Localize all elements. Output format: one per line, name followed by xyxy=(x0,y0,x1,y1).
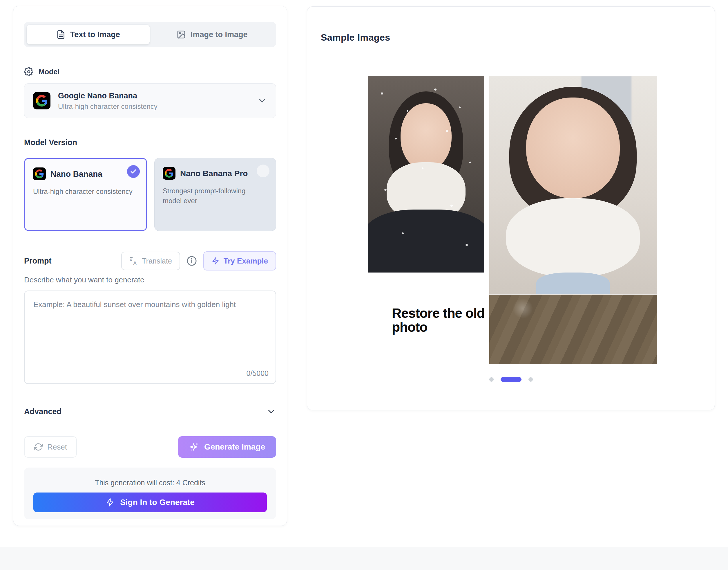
google-logo xyxy=(33,168,46,180)
translate-button[interactable]: xA Translate xyxy=(121,252,180,270)
info-icon[interactable] xyxy=(186,256,197,266)
chevron-down-icon xyxy=(257,96,267,106)
sign-in-to-generate-button[interactable]: Sign In to Generate xyxy=(33,493,267,512)
portrait-shape xyxy=(506,198,640,277)
prompt-input-wrap: 0/5000 xyxy=(24,291,276,384)
tab-label: Image to Image xyxy=(190,30,248,39)
selected-check-icon xyxy=(127,165,140,178)
tab-label: Text to Image xyxy=(70,30,120,39)
google-logo xyxy=(163,167,175,180)
prompt-field-label: Describe what you want to generate xyxy=(24,275,144,284)
carousel-dot-3[interactable] xyxy=(529,377,533,382)
chevron-down-icon xyxy=(266,406,276,416)
google-logo xyxy=(33,92,50,109)
gear-icon xyxy=(24,67,33,76)
lightning-icon xyxy=(106,498,114,507)
prompt-section-label: Prompt xyxy=(24,257,52,266)
generator-panel: Text to Image Image to Image Model Googl… xyxy=(13,6,287,526)
reset-button[interactable]: Reset xyxy=(24,436,77,458)
model-version-option-nano-banana[interactable]: Nano Banana Ultra-high character consist… xyxy=(24,158,147,231)
prompt-header-row: Prompt xA Translate Try Example xyxy=(24,251,276,271)
model-select-text: Google Nano Banana Ultra-high character … xyxy=(58,91,250,110)
sample-caption: Restore the old photo xyxy=(392,306,485,334)
model-version-label: Model Version xyxy=(24,138,77,147)
option-description: Ultra-high character consistency xyxy=(33,187,138,197)
unselected-radio xyxy=(257,165,269,177)
advanced-toggle[interactable]: Advanced xyxy=(24,404,276,419)
prompt-input[interactable] xyxy=(24,291,276,384)
tab-text-to-image[interactable]: Text to Image xyxy=(27,25,150,44)
sample-collage: Restore the old photo xyxy=(307,7,715,410)
footer-bar xyxy=(0,547,728,570)
portrait-shape xyxy=(536,273,610,294)
mode-tabs: Text to Image Image to Image xyxy=(24,22,276,47)
lightning-icon xyxy=(211,257,219,265)
carousel-dot-2-active[interactable] xyxy=(501,377,522,382)
model-description: Ultra-high character consistency xyxy=(58,102,250,110)
cost-text: This generation will cost: 4 Credits xyxy=(24,479,276,487)
prompt-tools: xA Translate Try Example xyxy=(121,251,276,271)
model-name: Google Nano Banana xyxy=(58,91,250,101)
svg-text:A: A xyxy=(133,260,136,266)
sample-images-panel: Sample Images Restore the old photo xyxy=(307,6,715,410)
option-description: Strongest prompt-following model ever xyxy=(163,186,250,206)
model-section-header: Model xyxy=(24,67,59,76)
advanced-label: Advanced xyxy=(24,407,61,416)
carousel-dots xyxy=(489,377,533,382)
actions-row: Reset Generate Image xyxy=(24,436,276,458)
try-example-button[interactable]: Try Example xyxy=(203,251,276,271)
translate-label: Translate xyxy=(142,257,172,265)
carousel-dot-1[interactable] xyxy=(489,377,494,382)
model-section-label: Model xyxy=(39,68,59,76)
option-title-row: Nano Banana xyxy=(33,168,138,180)
model-version-option-nano-banana-pro[interactable]: Nano Banana Pro Strongest prompt-followi… xyxy=(154,158,276,231)
option-title-row: Nano Banana Pro xyxy=(163,167,268,180)
translate-icon: xA xyxy=(129,257,138,265)
option-name: Nano Banana Pro xyxy=(180,167,248,179)
model-version-options: Nano Banana Ultra-high character consist… xyxy=(24,158,276,231)
model-select[interactable]: Google Nano Banana Ultra-high character … xyxy=(24,83,276,118)
generate-image-button[interactable]: Generate Image xyxy=(178,436,276,458)
generate-image-label: Generate Image xyxy=(204,442,265,452)
snow-overlay xyxy=(368,76,484,273)
sample-photo-old-texture xyxy=(489,295,657,364)
billing-box: This generation will cost: 4 Credits Sig… xyxy=(24,468,276,519)
image-icon xyxy=(177,30,186,39)
try-example-label: Try Example xyxy=(224,257,268,266)
portrait-shape xyxy=(526,97,620,198)
reset-label: Reset xyxy=(47,443,67,452)
sparkles-icon xyxy=(189,442,199,452)
tab-image-to-image[interactable]: Image to Image xyxy=(151,25,274,44)
refresh-icon xyxy=(34,443,43,451)
sample-photo-after xyxy=(489,76,657,294)
sign-in-label: Sign In to Generate xyxy=(120,498,195,507)
sample-photo-before xyxy=(368,76,484,273)
char-counter: 0/5000 xyxy=(246,369,268,377)
file-text-icon xyxy=(56,30,66,39)
option-name: Nano Banana xyxy=(50,168,102,180)
